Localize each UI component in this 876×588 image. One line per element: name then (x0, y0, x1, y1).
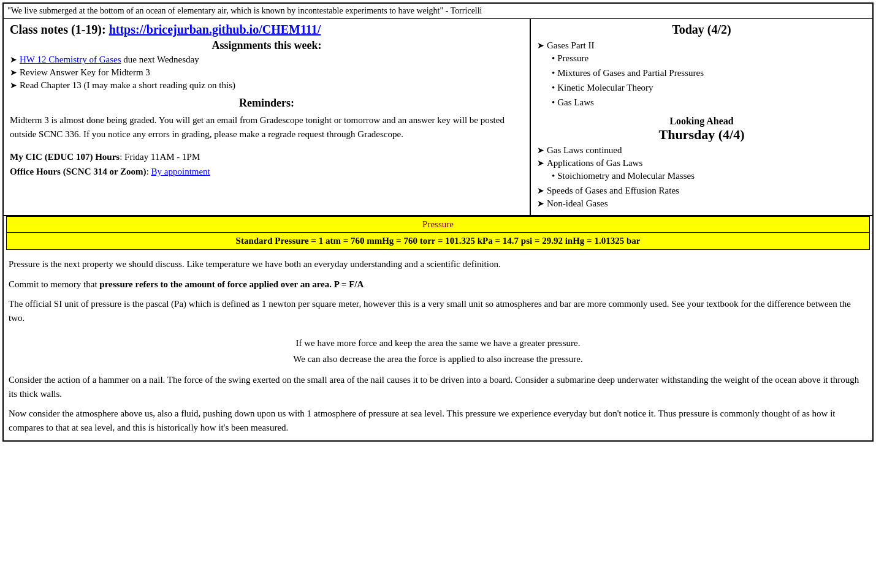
pressure-para4: Consider the action of a hammer on a nai… (9, 373, 867, 401)
centered-text: If we have more force and keep the area … (9, 336, 867, 367)
sub-kinetic: • Kinetic Molecular Theory (552, 80, 866, 95)
pressure-body: Pressure is the next property we should … (6, 250, 870, 438)
cic-line: My CIC (EDUC 107) Hours: Friday 11AM - 1… (10, 149, 524, 164)
arrow-today-1: ➤ (537, 40, 544, 51)
class-notes-title: Class notes (1-19): https://bricejurban.… (10, 23, 524, 37)
quote-text: "We live submerged at the bottom of an o… (7, 6, 482, 15)
cic-label: My CIC (EDUC 107) Hours (10, 152, 120, 162)
thu-item-1: ➤ Gas Laws continued (537, 145, 866, 156)
thu-sub-stoich: • Stoichiometry and Molecular Masses (537, 168, 866, 183)
today-gases-label: Gases Part II (547, 40, 594, 51)
arrow-icon-2: ➤ (10, 67, 17, 78)
arrow-thu-2: ➤ (537, 158, 544, 168)
today-sub-bullets: • Pressure • Mixtures of Gases and Parti… (537, 51, 866, 110)
office-hours-link[interactable]: By appointment (151, 167, 210, 176)
class-notes-link[interactable]: https://bricejurban.github.io/CHEM111/ (109, 23, 321, 36)
thu-item-4: ➤ Non-ideal Gases (537, 198, 866, 209)
thursday-header: Thursday (4/4) (537, 127, 866, 143)
sub-mixtures: • Mixtures of Gases and Partial Pressure… (552, 66, 866, 80)
looking-ahead-label: Looking Ahead (537, 116, 866, 127)
para2-bold: pressure refers to the amount of force a… (99, 279, 364, 289)
pressure-title: Pressure (422, 219, 454, 229)
pressure-para2: Commit to memory that pressure refers to… (9, 277, 867, 292)
pressure-para3: The official SI unit of pressure is the … (9, 297, 867, 325)
pressure-section: Pressure Standard Pressure = 1 atm = 760… (6, 216, 870, 438)
assignment-item-3: ➤ Read Chapter 13 (I may make a short re… (10, 80, 524, 91)
pressure-para5: Now consider the atmosphere above us, al… (9, 407, 867, 434)
centered-line1: If we have more force and keep the area … (9, 336, 867, 352)
sub-gaslaws: • Gas Laws (552, 95, 866, 110)
standard-pressure-bar: Standard Pressure = 1 atm = 760 mmHg = 7… (6, 233, 870, 250)
sub-pressure: • Pressure (552, 51, 866, 66)
assignment-item-1: ➤ HW 12 Chemistry of Gases due next Wedn… (10, 55, 524, 65)
today-gases-item: ➤ Gases Part II • Pressure • Mixtures of… (537, 40, 866, 110)
thursday-items: ➤ Gas Laws continued ➤ Applications of G… (537, 145, 866, 209)
arrow-icon-1: ➤ (10, 55, 17, 65)
assignment3-text: Read Chapter 13 (I may make a short read… (20, 80, 235, 91)
today-item-gases: ➤ Gases Part II (537, 40, 866, 51)
reminders-header: Reminders: (10, 97, 524, 110)
top-section: Class notes (1-19): https://bricejurban.… (4, 19, 872, 216)
reminder-text: Midterm 3 is almost done being graded. Y… (10, 113, 524, 141)
cic-hours: My CIC (EDUC 107) Hours: Friday 11AM - 1… (10, 149, 524, 179)
thu-item-2: ➤ Applications of Gas Laws (537, 158, 866, 168)
quote-bar: "We live submerged at the bottom of an o… (4, 4, 872, 19)
left-panel: Class notes (1-19): https://bricejurban.… (4, 19, 531, 215)
office-label: Office Hours (SCNC 314 or Zoom) (10, 167, 147, 176)
hw12-link[interactable]: HW 12 Chemistry of Gases (20, 55, 121, 64)
thu-item-3: ➤ Speeds of Gases and Effusion Rates (537, 186, 866, 196)
assignment2-text: Review Answer Key for Midterm 3 (20, 67, 150, 78)
right-panel: Today (4/2) ➤ Gases Part II • Pressure •… (531, 19, 872, 215)
arrow-icon-3: ➤ (10, 80, 17, 91)
arrow-thu-3: ➤ (537, 186, 544, 196)
arrow-thu-1: ➤ (537, 145, 544, 156)
para2-plain: Commit to memory that (9, 279, 99, 289)
assignment-item-2: ➤ Review Answer Key for Midterm 3 (10, 67, 524, 78)
arrow-thu-4: ➤ (537, 198, 544, 209)
centered-line2: We can also decrease the area the force … (9, 352, 867, 368)
office-line: Office Hours (SCNC 314 or Zoom): By appo… (10, 164, 524, 179)
assignments-header: Assignments this week: (10, 39, 524, 52)
today-header: Today (4/2) (537, 23, 866, 37)
outer-wrapper: "We live submerged at the bottom of an o… (2, 2, 874, 442)
pressure-title-bar: Pressure (6, 216, 870, 233)
cic-value: : Friday 11AM - 1PM (120, 152, 200, 162)
sub-stoich: • Stoichiometry and Molecular Masses (552, 168, 866, 183)
pressure-para1: Pressure is the next property we should … (9, 257, 867, 271)
standard-pressure-text: Standard Pressure = 1 atm = 760 mmHg = 7… (236, 236, 641, 246)
